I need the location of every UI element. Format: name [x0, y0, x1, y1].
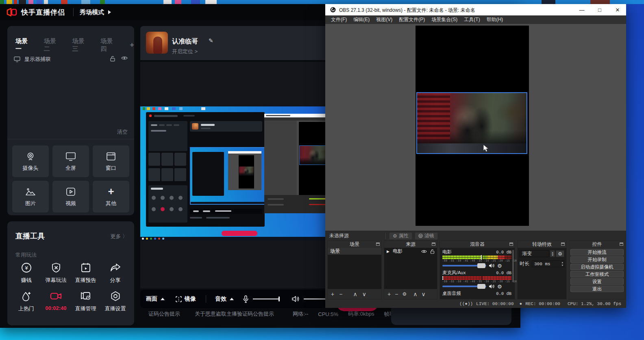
speaker-icon[interactable]	[292, 296, 300, 302]
live-manage-button[interactable]: 直播管理	[71, 290, 100, 312]
start-recording-button[interactable]: 开始录制	[570, 256, 624, 263]
studio-mode-button[interactable]: 工作室模式	[570, 271, 624, 277]
dock-float-icon[interactable]	[376, 243, 380, 246]
scene-tab-4[interactable]: 场景四	[100, 37, 115, 53]
scene-down-icon[interactable]: ∨	[362, 291, 366, 297]
transitions-dock-header[interactable]: 转场特效	[518, 241, 566, 248]
transition-select-spinner[interactable]: ▲▼	[550, 250, 555, 257]
menu-scene-collection[interactable]: 场景集合(S)	[428, 16, 461, 23]
mic-channel-gear-icon[interactable]: ⚙	[497, 284, 502, 290]
source-list-item[interactable]: ▶ 电影	[384, 248, 437, 255]
menu-help[interactable]: 帮助(H)	[483, 16, 507, 23]
danmu-play-button[interactable]: 弹幕玩法	[41, 262, 71, 284]
movie-channel-gear-icon[interactable]: ⚙	[497, 263, 502, 269]
exit-button[interactable]: 退出	[570, 286, 624, 292]
recording-timer[interactable]: 00:02:40	[41, 290, 71, 312]
obs-preview-area	[325, 24, 626, 231]
add-window-tile[interactable]: 窗口	[93, 145, 129, 177]
transition-duration-input[interactable]: 300 ms ▲▼	[532, 260, 564, 267]
filters-button[interactable]: 滤镜	[415, 232, 438, 240]
mirror-button[interactable]: 镜像	[175, 295, 196, 303]
remove-source-icon[interactable]: −	[395, 291, 398, 297]
movie-volume-slider[interactable]	[442, 265, 486, 266]
visibility-eye-icon[interactable]	[121, 56, 128, 62]
mic-volume-slider[interactable]	[253, 299, 280, 299]
maximize-button[interactable]: □	[591, 4, 608, 15]
start-virtual-camera-button[interactable]: 启动虚拟摄像机	[570, 264, 624, 270]
enable-location-link[interactable]: 开启定位 >	[172, 48, 198, 55]
scene-tab-3[interactable]: 场景三	[72, 37, 87, 53]
dock-float-icon[interactable]	[432, 243, 435, 246]
sound-menu-arrow-icon[interactable]	[230, 298, 234, 300]
source-up-icon[interactable]: ∧	[413, 291, 417, 297]
add-image-tile[interactable]: 图片	[12, 181, 49, 212]
scene-up-icon[interactable]: ∧	[353, 291, 357, 297]
menu-tools[interactable]: 工具(T)	[461, 16, 483, 23]
minimize-button[interactable]: —	[573, 4, 590, 15]
captcha-notice-link[interactable]: 证码公告提示	[148, 310, 180, 318]
movie-speaker-icon[interactable]	[489, 263, 495, 268]
avatar[interactable]	[146, 32, 168, 54]
source-down-icon[interactable]: ∨	[421, 291, 425, 297]
sound-effects-button[interactable]: 音效	[215, 295, 226, 303]
scenes-dock-header[interactable]: 场景	[328, 241, 381, 248]
source-list[interactable]: ▶ 电影	[384, 248, 437, 289]
menu-profile[interactable]: 配置文件(P)	[396, 16, 428, 23]
start-streaming-button[interactable]: 开始推流	[570, 249, 624, 256]
mic-volume-slider[interactable]	[442, 286, 486, 287]
scene-list[interactable]: 场景	[328, 248, 381, 289]
edit-name-icon[interactable]: ✎	[209, 37, 213, 44]
add-video-tile[interactable]: 视频	[52, 181, 89, 212]
source-visibility-eye-icon[interactable]	[421, 249, 427, 253]
shield-x-icon	[51, 262, 61, 273]
menu-edit[interactable]: 编辑(E)	[350, 16, 373, 23]
settings-button[interactable]: 设置	[570, 278, 624, 285]
anti-theft-notice-link[interactable]: 关于恶意盗取主播验证码公告提示	[195, 310, 274, 318]
unlock-icon[interactable]	[110, 56, 115, 62]
clear-sources-button[interactable]: 清空	[117, 128, 128, 136]
scene-list-item[interactable]: 场景	[328, 248, 381, 255]
earn-money-button[interactable]: ¥ 赚钱	[11, 262, 41, 284]
mode-dropdown-icon[interactable]	[108, 10, 111, 14]
mic-speaker-icon[interactable]	[489, 284, 495, 289]
menu-file[interactable]: 文件(F)	[328, 16, 350, 23]
mixer-scrollbar[interactable]	[512, 250, 514, 282]
add-scene-icon[interactable]: +	[331, 291, 334, 297]
add-source-icon[interactable]: +	[387, 291, 391, 297]
trending-button[interactable]: 上热门	[11, 290, 41, 312]
microphone-icon[interactable]	[243, 295, 249, 303]
dock-float-icon[interactable]	[561, 243, 565, 246]
dock-float-icon[interactable]	[509, 243, 513, 246]
screen-menu-arrow-icon[interactable]	[161, 298, 165, 300]
scene-source-row[interactable]: 显示器捕获	[14, 54, 128, 64]
properties-button[interactable]: ⚙ 属性	[389, 232, 412, 240]
obs-titlebar[interactable]: OBS 27.1.3 (32-bit, windows) - 配置文件: 未命名…	[325, 4, 626, 15]
transition-gear-button[interactable]: ⚙	[556, 250, 564, 257]
sources-dock-header[interactable]: 来源	[384, 241, 437, 248]
mode-switcher[interactable]: 秀场模式	[80, 9, 104, 16]
live-preannounce-button[interactable]: 直播预告	[71, 262, 100, 284]
transition-type-select[interactable]: 渐变	[520, 250, 549, 257]
more-tools-link[interactable]: 更多 〉	[110, 233, 128, 240]
obs-canvas[interactable]	[416, 26, 529, 226]
duration-spinner[interactable]: ▲▼	[561, 261, 563, 267]
source-properties-gear-icon[interactable]: ⚙	[402, 291, 407, 297]
screen-menu-button[interactable]: 画面	[146, 295, 157, 303]
close-button[interactable]: ✕	[609, 4, 626, 15]
add-scene-button[interactable]: +	[130, 41, 134, 50]
mixer-dock-header[interactable]: 混音器	[440, 241, 515, 248]
remove-scene-icon[interactable]: −	[339, 291, 342, 297]
share-button[interactable]: 分享	[100, 262, 130, 284]
add-camera-tile[interactable]: 摄像头	[12, 145, 49, 177]
scene-tab-2[interactable]: 场景二	[44, 37, 59, 53]
source-unlock-icon[interactable]	[430, 249, 435, 254]
movie-source-preview[interactable]	[416, 92, 527, 154]
scene-tab-1[interactable]: 场景一	[15, 37, 30, 53]
live-settings-button[interactable]: 直播设置	[100, 290, 130, 312]
dock-float-icon[interactable]	[620, 243, 623, 246]
menu-view[interactable]: 视图(V)	[373, 16, 396, 23]
add-fullscreen-tile[interactable]: 全屏	[52, 145, 89, 177]
controls-dock-header[interactable]: 控件	[569, 241, 625, 248]
add-other-tile[interactable]: + 其他	[93, 181, 129, 212]
settings-hex-icon	[110, 290, 121, 302]
